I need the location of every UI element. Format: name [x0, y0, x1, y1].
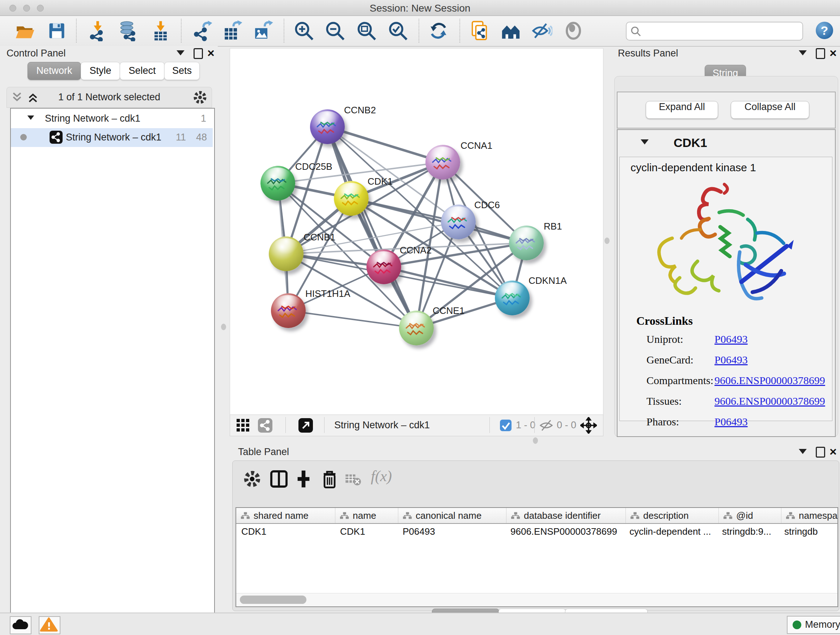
tab-network[interactable]: Network	[27, 62, 81, 80]
table-gear-icon[interactable]	[242, 469, 262, 489]
float-panel-icon[interactable]	[799, 449, 807, 454]
crosslink-link[interactable]: 9606.ENSP00000378699	[714, 395, 825, 407]
houses-icon[interactable]	[500, 20, 521, 41]
crosshair-move-icon[interactable]	[580, 417, 597, 434]
column-header--id[interactable]: @id	[719, 508, 782, 523]
column-header-description[interactable]: description	[626, 508, 719, 523]
footer-separator	[534, 417, 535, 433]
gear-icon[interactable]	[192, 89, 208, 105]
cell-namespace[interactable]: stringdb	[779, 524, 838, 539]
expand-all-button[interactable]: Expand All	[646, 101, 718, 119]
node-CCNB1[interactable]	[269, 236, 303, 271]
import-network-database-icon[interactable]	[117, 20, 138, 41]
selected-checkbox-icon[interactable]	[500, 419, 512, 432]
delete-trash-icon[interactable]	[319, 469, 340, 489]
splitter-handle[interactable]	[221, 324, 226, 330]
table-row[interactable]: CDK1CDK1P064939606.ENSP00000378699cyclin…	[236, 524, 838, 539]
maximize-panel-icon[interactable]	[816, 447, 825, 458]
collapse-tree-icon[interactable]	[27, 116, 34, 120]
node-CDKN1A[interactable]	[495, 280, 530, 315]
node-CDC6[interactable]	[441, 204, 476, 239]
edge-CDK1-RB1[interactable]	[351, 198, 526, 243]
network-row-selected[interactable]: String Network – cdk1 11 48	[11, 128, 213, 147]
scrollbar-thumb[interactable]	[240, 595, 306, 604]
cell-name[interactable]: CDK1	[335, 524, 398, 539]
node-count: 11	[176, 132, 186, 143]
fit-content-icon[interactable]	[356, 20, 377, 41]
zoom-selected-icon[interactable]	[387, 20, 409, 41]
close-panel-icon[interactable]: ×	[829, 47, 837, 59]
horizontal-scrollbar[interactable]	[236, 593, 837, 606]
footer-separator	[286, 417, 286, 433]
cell--id[interactable]: stringdb:9...	[717, 524, 779, 539]
open-in-new-icon[interactable]	[298, 418, 313, 433]
export-network-icon[interactable]	[192, 20, 213, 41]
cell-database-identifier[interactable]: 9606.ENSP00000378699	[505, 524, 624, 539]
string-document-icon[interactable]	[469, 20, 490, 41]
help-button[interactable]: ?	[816, 22, 833, 39]
zoom-out-icon[interactable]	[325, 20, 346, 41]
cloud-button[interactable]	[10, 616, 32, 634]
collapse-section-icon[interactable]	[641, 139, 649, 144]
memory-button[interactable]: Memory	[787, 616, 840, 634]
hide-eye-icon[interactable]	[531, 20, 553, 41]
update-network-icon[interactable]	[428, 20, 449, 41]
birds-eye-grid-icon[interactable]	[236, 418, 250, 432]
crosslink-link[interactable]: P06493	[714, 354, 748, 366]
app-window: Session: New Session	[0, 0, 840, 635]
node-CDC25B[interactable]	[261, 166, 295, 201]
protein-ribbon-icon	[265, 173, 289, 195]
select-columns-icon[interactable]	[269, 469, 289, 489]
network-canvas[interactable]: CCNB2CCNA1CDC25BCDK1CDC6RB1CCNB1CCNA2CDK…	[230, 48, 603, 415]
node-CCNE1[interactable]	[399, 310, 434, 345]
column-header-database-identifier[interactable]: database identifier	[507, 508, 626, 523]
node-CCNB2[interactable]	[310, 109, 345, 144]
node-CCNA2[interactable]	[366, 249, 401, 284]
cell-description[interactable]: cyclin-dependent ...	[624, 524, 717, 539]
crosslink-link[interactable]: P06493	[714, 416, 748, 428]
maximize-panel-icon[interactable]	[194, 48, 203, 59]
column-header-name[interactable]: name	[335, 508, 398, 523]
eye-disabled-icon[interactable]	[563, 20, 584, 41]
crosslink-link[interactable]: P06493	[714, 333, 748, 345]
tab-select[interactable]: Select	[120, 62, 164, 80]
import-network-file-icon[interactable]	[87, 20, 108, 41]
share-gray-icon[interactable]	[257, 418, 273, 433]
tab-style[interactable]: Style	[81, 62, 120, 80]
export-image-icon[interactable]	[253, 20, 273, 41]
float-panel-icon[interactable]	[799, 50, 807, 55]
export-table-icon[interactable]	[222, 20, 243, 41]
close-panel-icon[interactable]: ×	[829, 445, 837, 458]
protein-ribbon-icon	[315, 117, 339, 138]
close-panel-icon[interactable]: ×	[207, 47, 215, 59]
crosslink-link[interactable]: 9606.ENSP00000378699	[714, 374, 825, 386]
node-CCNA1[interactable]	[425, 145, 460, 180]
gene-section-header[interactable]: CDK1	[617, 130, 835, 156]
save-session-icon[interactable]	[46, 20, 67, 41]
node-CDK1[interactable]	[334, 181, 369, 216]
column-header-namespace[interactable]: namespace	[782, 508, 838, 523]
cell-shared-name[interactable]: CDK1	[236, 524, 335, 539]
search-icon	[630, 26, 642, 37]
zoom-in-icon[interactable]	[294, 20, 314, 41]
open-session-icon[interactable]	[14, 20, 35, 41]
network-collection-row[interactable]: String Network – cdk1 1	[11, 109, 213, 128]
search-input[interactable]	[645, 24, 799, 38]
column-header-canonical-name[interactable]: canonical name	[398, 508, 507, 523]
column-header-shared-name[interactable]: shared name	[236, 508, 335, 523]
warning-button[interactable]	[39, 616, 60, 634]
tab-sets[interactable]: Sets	[164, 62, 200, 80]
node-HIST1H1A[interactable]	[271, 293, 306, 328]
float-panel-icon[interactable]	[177, 50, 185, 55]
splitter-handle[interactable]	[605, 238, 609, 244]
add-column-icon[interactable]	[294, 469, 314, 489]
splitter-handle[interactable]	[533, 437, 538, 444]
edge-CCNB2-CCNA1[interactable]	[327, 127, 443, 162]
maximize-panel-icon[interactable]	[816, 48, 825, 59]
table-panel: Table Panel × f(x) shared namenamecanoni…	[232, 445, 840, 612]
edge-HIST1H1A-CCNE1[interactable]	[288, 310, 416, 328]
import-table-icon[interactable]	[150, 20, 171, 41]
cell-canonical-name[interactable]: P06493	[398, 524, 505, 539]
node-RB1[interactable]	[509, 226, 544, 260]
collapse-all-button[interactable]: Collapse All	[731, 101, 809, 119]
